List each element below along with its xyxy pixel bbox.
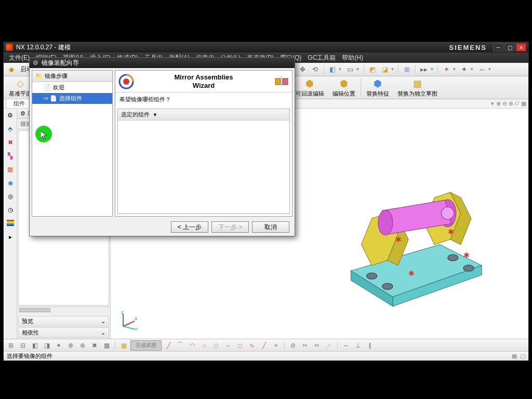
menu-gctoolkit[interactable]: GC工具箱 bbox=[305, 52, 338, 63]
app-menu-icon[interactable]: ◆ bbox=[6, 64, 17, 75]
preview-row[interactable]: 预览⌄ bbox=[18, 316, 109, 326]
mirror-assembly-wizard-dialog: ⚙ 镜像装配向导 📁 镜像步骤 📄 欢迎 ⇨ 📄 选择组件 Mirror Ass… bbox=[29, 57, 295, 236]
curve-10-icon[interactable]: + bbox=[271, 340, 281, 351]
svg-text:X: X bbox=[135, 316, 138, 321]
b-icon-9[interactable]: ▦ bbox=[101, 340, 112, 351]
svg-point-18 bbox=[463, 265, 474, 271]
gear-icon[interactable]: ⚙ bbox=[6, 111, 15, 120]
next-button[interactable]: 下一步 > bbox=[211, 221, 249, 233]
b-icon-7[interactable]: ⊕ bbox=[77, 340, 88, 351]
dialog-titlebar[interactable]: ⚙ 镜像装配向导 bbox=[30, 58, 295, 68]
selected-components-list[interactable]: 选定的组件 ▼ bbox=[117, 109, 290, 214]
view-triad-icon[interactable]: ZXY bbox=[119, 310, 140, 330]
window-title: NX 12.0.0.27 - 建模 bbox=[16, 43, 449, 52]
wizard-question: 希望镜像哪些组件？ bbox=[115, 92, 292, 107]
svg-rect-1 bbox=[7, 221, 14, 223]
dim-b2-icon[interactable]: ⊥ bbox=[353, 340, 363, 351]
dialog-footer: < 上一步 下一步 > 取消 bbox=[30, 219, 295, 235]
close-button[interactable]: ✕ bbox=[516, 43, 526, 51]
back-button[interactable]: < 上一步 bbox=[171, 221, 208, 233]
menu-help[interactable]: 帮助(H) bbox=[340, 52, 365, 63]
trim-1-icon[interactable]: ⊘ bbox=[288, 340, 298, 351]
svg-text:✱: ✱ bbox=[448, 228, 454, 236]
trim-2-icon[interactable]: ✂ bbox=[300, 340, 310, 351]
dim2-icon[interactable]: ✦ bbox=[458, 64, 470, 75]
dependency-row[interactable]: 相依性⌄ bbox=[18, 327, 109, 338]
dim-icon[interactable]: ✦ bbox=[441, 64, 452, 75]
b-icon-2[interactable]: ⊟ bbox=[18, 340, 28, 351]
pan-icon[interactable]: ✥ bbox=[297, 64, 309, 75]
trim-4-icon[interactable]: ⟋ bbox=[324, 340, 334, 351]
status-icon-1[interactable]: ▦ bbox=[512, 353, 517, 360]
cursor-highlight-icon bbox=[35, 126, 52, 142]
layer-icon[interactable]: ◩ bbox=[367, 64, 378, 75]
style-icon[interactable]: ▭ bbox=[344, 64, 356, 75]
b-icon-1[interactable]: ⊞ bbox=[6, 340, 16, 351]
svg-text:✱: ✱ bbox=[395, 235, 402, 244]
constraint-icon[interactable]: ▦ bbox=[6, 165, 15, 174]
tree-scrollbar[interactable] bbox=[17, 307, 110, 314]
svg-point-16 bbox=[382, 283, 393, 289]
wizard-logo-icon bbox=[118, 74, 134, 89]
rotate-icon[interactable]: ⟲ bbox=[310, 64, 321, 75]
svg-text:✱: ✱ bbox=[463, 251, 470, 259]
ribbon-edit-pos[interactable]: ⬢编辑位置 bbox=[328, 76, 360, 99]
svg-text:Y: Y bbox=[136, 327, 139, 330]
curve-7-icon[interactable]: □ bbox=[235, 340, 245, 351]
maximize-button[interactable]: ▢ bbox=[504, 43, 515, 51]
app-logo-icon bbox=[6, 44, 13, 51]
b-icon-3[interactable]: ◧ bbox=[30, 340, 40, 351]
minimize-button[interactable]: ─ bbox=[493, 43, 503, 51]
curve-8-icon[interactable]: ∿ bbox=[247, 340, 257, 351]
shade-icon[interactable]: ◧ bbox=[327, 64, 338, 75]
expand-icon[interactable]: ▸ bbox=[6, 232, 15, 242]
svg-point-13 bbox=[378, 210, 393, 235]
cancel-button[interactable]: 取消 bbox=[252, 221, 289, 233]
svg-rect-3 bbox=[7, 224, 14, 226]
curve-4-icon[interactable]: ○ bbox=[199, 340, 209, 351]
finish-sketch-button[interactable]: 完成草图 bbox=[130, 340, 162, 351]
nav-icon[interactable]: ⬘ bbox=[6, 124, 15, 134]
wizard-header: Mirror AssembliesWizard bbox=[115, 71, 292, 92]
ribbon-roll-edit[interactable]: ⬢可回滚编辑 bbox=[291, 76, 328, 99]
curve-1-icon[interactable]: ╱ bbox=[163, 340, 174, 351]
color-icon[interactable] bbox=[6, 219, 15, 228]
pm-icon[interactable]: ▚ bbox=[6, 151, 15, 161]
dim3-icon[interactable]: ↔ bbox=[476, 64, 487, 75]
titlebar: NX 12.0.0.27 - 建模 SIEMENS ─ ▢ ✕ bbox=[4, 42, 528, 52]
b-icon-4[interactable]: ◨ bbox=[42, 340, 52, 351]
trim-3-icon[interactable]: ✂ bbox=[312, 340, 322, 351]
sketch-task-icon[interactable]: ▦ bbox=[118, 340, 129, 351]
ribbon-replace-feat[interactable]: ⬢替换特征 bbox=[362, 76, 393, 99]
curve-5-icon[interactable]: ⬯ bbox=[211, 340, 221, 351]
sel-scope[interactable]: ▾ bbox=[491, 100, 494, 107]
clock-icon[interactable]: ◷ bbox=[6, 205, 15, 215]
step-select-components[interactable]: ⇨ 📄 选择组件 bbox=[32, 93, 112, 104]
ribbon-indep-sketch[interactable]: ▦替换为独立草图 bbox=[393, 76, 442, 99]
browser-icon[interactable]: ◎ bbox=[6, 192, 15, 201]
dim-b1-icon[interactable]: ↔ bbox=[341, 340, 351, 351]
b-icon-6[interactable]: ⊗ bbox=[65, 340, 76, 351]
svg-rect-2 bbox=[7, 223, 14, 224]
history-icon[interactable]: ✖ bbox=[6, 138, 15, 147]
list-header[interactable]: 选定的组件 ▼ bbox=[118, 109, 289, 121]
svg-text:✱: ✱ bbox=[408, 269, 415, 277]
wcs-icon[interactable]: ⊞ bbox=[401, 64, 413, 75]
step-welcome[interactable]: 📄 欢迎 bbox=[32, 82, 112, 93]
curve-6-icon[interactable]: ⌢ bbox=[223, 340, 233, 351]
menu-file[interactable]: 文件(E) bbox=[7, 52, 32, 63]
wizard-steps-panel: 📁 镜像步骤 📄 欢迎 ⇨ 📄 选择组件 bbox=[32, 70, 113, 217]
curve-2-icon[interactable]: ⌒ bbox=[175, 340, 185, 351]
curve-9-icon[interactable]: ╱ bbox=[259, 340, 269, 351]
b-icon-5[interactable]: ✦ bbox=[54, 340, 64, 351]
steps-header: 📁 镜像步骤 bbox=[32, 71, 112, 82]
layer2-icon[interactable]: ◪ bbox=[379, 64, 391, 75]
status-icon-2[interactable]: ▢ bbox=[520, 353, 525, 360]
wizard-content-panel: Mirror AssembliesWizard 希望镜像哪些组件？ 选定的组件 … bbox=[115, 70, 292, 217]
b-icon-8[interactable]: ✖ bbox=[89, 340, 100, 351]
dialog-title: 镜像装配向导 bbox=[42, 59, 79, 68]
measure-icon[interactable]: ▸▸ bbox=[418, 64, 430, 75]
curve-3-icon[interactable]: ◠ bbox=[187, 340, 197, 351]
dim-b3-icon[interactable]: ∥ bbox=[365, 340, 375, 351]
web-icon[interactable]: ◉ bbox=[6, 178, 15, 188]
